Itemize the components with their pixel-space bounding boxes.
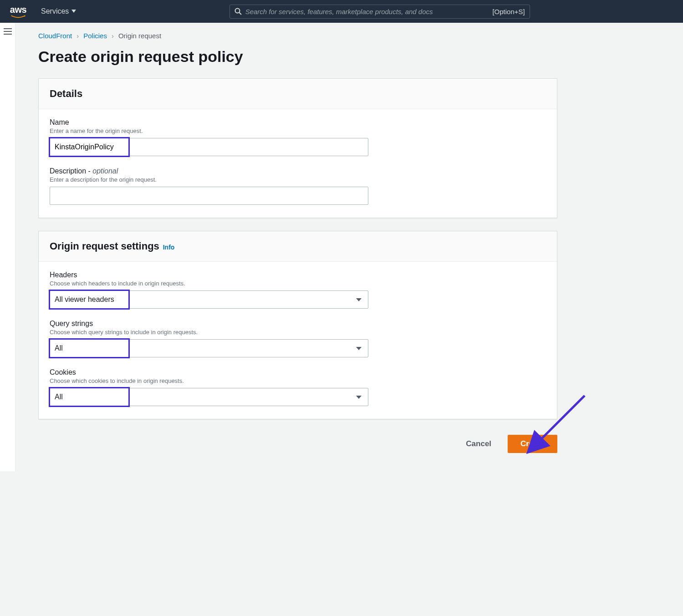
- settings-title: Origin request settings: [50, 240, 159, 252]
- settings-panel: Origin request settings Info Headers Cho…: [38, 231, 557, 419]
- search-input[interactable]: [245, 8, 489, 15]
- name-label: Name: [50, 118, 546, 127]
- chevron-right-icon: ›: [76, 32, 79, 40]
- query-hint: Choose which query strings to include in…: [50, 329, 546, 336]
- details-panel-header: Details: [39, 79, 557, 109]
- page-title: Create origin request policy: [38, 48, 557, 66]
- cookies-select[interactable]: All: [50, 388, 368, 406]
- action-bar: Cancel Create: [38, 432, 557, 453]
- headers-value: All viewer headers: [55, 295, 114, 304]
- top-nav: aws Services [Option+S]: [0, 0, 683, 23]
- query-select[interactable]: All: [50, 339, 368, 357]
- cancel-button[interactable]: Cancel: [458, 435, 500, 453]
- search-box[interactable]: [Option+S]: [229, 5, 530, 19]
- description-hint: Enter a description for the origin reque…: [50, 176, 546, 183]
- headers-label: Headers: [50, 271, 546, 279]
- create-button[interactable]: Create: [508, 435, 557, 453]
- headers-hint: Choose which headers to include in origi…: [50, 280, 546, 287]
- query-label: Query strings: [50, 320, 546, 328]
- headers-select[interactable]: All viewer headers: [50, 290, 368, 309]
- hamburger-icon[interactable]: [4, 28, 12, 35]
- breadcrumb-policies[interactable]: Policies: [83, 32, 107, 40]
- svg-line-1: [239, 13, 241, 15]
- name-input[interactable]: [50, 138, 368, 156]
- cookies-value: All: [55, 393, 63, 401]
- cookies-hint: Choose which cookies to include in origi…: [50, 377, 546, 384]
- details-title: Details: [50, 88, 82, 99]
- description-label: Description - optional: [50, 167, 546, 175]
- name-hint: Enter a name for the origin request.: [50, 127, 546, 134]
- query-value: All: [55, 344, 63, 352]
- settings-panel-header: Origin request settings Info: [39, 231, 557, 262]
- description-input[interactable]: [50, 187, 368, 205]
- search-shortcut-hint: [Option+S]: [492, 8, 525, 15]
- sidebar-toggle-strip: [0, 23, 15, 471]
- services-menu-button[interactable]: Services: [41, 7, 76, 15]
- caret-down-icon: [356, 396, 362, 399]
- chevron-right-icon: ›: [112, 32, 114, 40]
- caret-down-icon: [356, 298, 362, 301]
- caret-down-icon: [356, 347, 362, 350]
- details-panel: Details Name Enter a name for the origin…: [38, 78, 557, 218]
- info-link[interactable]: Info: [163, 244, 175, 251]
- cookies-label: Cookies: [50, 368, 546, 377]
- aws-logo[interactable]: aws: [9, 5, 27, 19]
- breadcrumb-cloudfront[interactable]: CloudFront: [38, 32, 72, 40]
- breadcrumb-current: Origin request: [118, 32, 161, 40]
- caret-down-icon: [71, 10, 76, 13]
- breadcrumb: CloudFront › Policies › Origin request: [38, 32, 557, 40]
- search-icon: [234, 8, 242, 15]
- services-label: Services: [41, 7, 69, 15]
- svg-point-0: [235, 9, 240, 13]
- search-container: [Option+S]: [85, 5, 674, 19]
